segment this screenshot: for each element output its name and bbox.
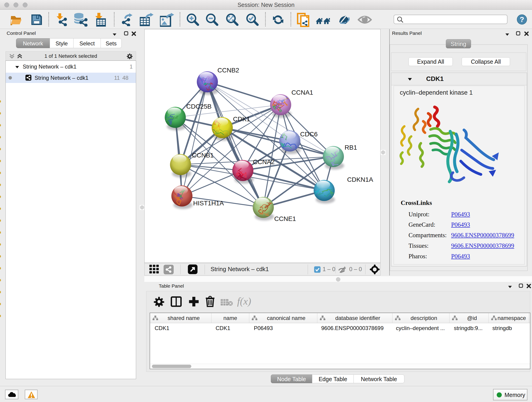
- svg-text:?: ?: [520, 15, 524, 24]
- svg-text:HIST1H1A: HIST1H1A: [193, 200, 224, 207]
- svg-text:CCNA2: CCNA2: [253, 158, 275, 166]
- svg-text:CDKN1A: CDKN1A: [347, 176, 373, 183]
- svg-text:CCNE1: CCNE1: [274, 215, 296, 222]
- svg-text:CDC6: CDC6: [300, 131, 317, 138]
- svg-text:CCNB2: CCNB2: [217, 67, 239, 74]
- svg-text:CCNA1: CCNA1: [291, 89, 313, 96]
- svg-text:RB1: RB1: [345, 144, 357, 151]
- svg-text:CDC25B: CDC25B: [186, 103, 211, 110]
- svg-text:CDK1: CDK1: [233, 115, 250, 123]
- svg-text:CCNB1: CCNB1: [192, 152, 214, 159]
